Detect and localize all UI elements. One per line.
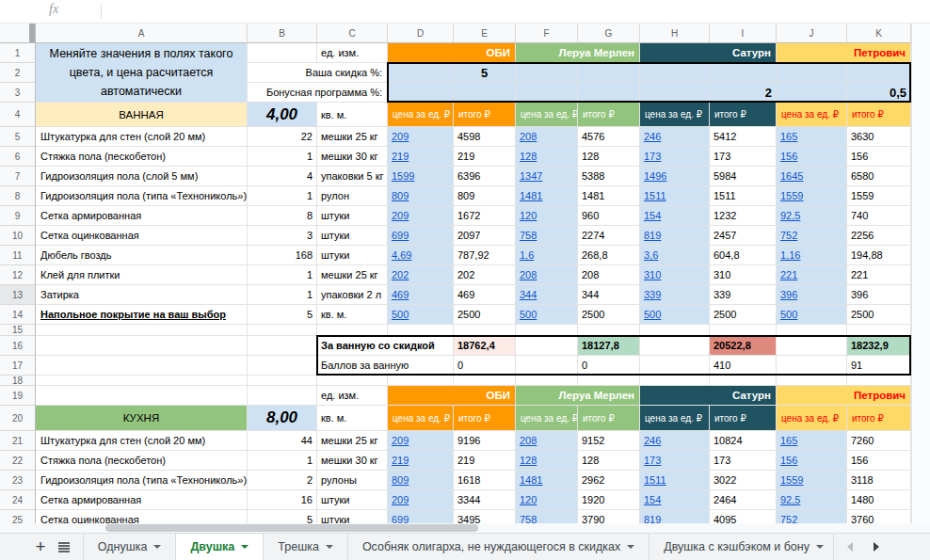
bonus-label-cell[interactable]: Бонусная программа %: [248, 83, 388, 103]
price-cell[interactable]: 699 [388, 226, 454, 246]
item-name-cell[interactable]: Дюбель гвоздь [36, 246, 248, 265]
price-cell[interactable]: 165 [777, 127, 847, 147]
column-header-C[interactable]: C [317, 24, 388, 43]
item-total-cell[interactable]: 156 [847, 147, 911, 167]
unit-header-cell[interactable]: ед. изм. [317, 386, 388, 406]
price-link[interactable]: 209 [392, 131, 409, 142]
price-cell[interactable]: 1496 [640, 167, 710, 186]
price-link[interactable]: 154 [644, 210, 661, 221]
column-header-K[interactable]: K [847, 24, 911, 43]
row-header-10[interactable]: 10 [0, 226, 36, 246]
summary-points-cell[interactable]: 410 [710, 356, 777, 376]
empty-cell[interactable] [454, 325, 516, 336]
bathroom-area-cell[interactable]: 4,00 [248, 103, 317, 127]
column-header-A[interactable]: A [36, 24, 248, 43]
column-header-B[interactable]: B [248, 24, 317, 43]
row-header-24[interactable]: 24 [0, 490, 36, 510]
price-link[interactable]: 1481 [520, 474, 542, 486]
price-link[interactable]: 1496 [644, 170, 666, 182]
item-qty-cell[interactable]: 168 [248, 246, 317, 265]
item-total-cell[interactable]: 4598 [454, 127, 516, 147]
item-qty-cell[interactable]: 8 [248, 206, 317, 226]
price-cell[interactable]: 1511 [640, 471, 710, 490]
bonus-input-cell[interactable] [777, 83, 847, 103]
empty-cell[interactable] [640, 336, 710, 356]
row-header-3[interactable]: 3 [0, 83, 36, 103]
item-total-cell[interactable]: 787,92 [454, 246, 516, 265]
item-total-cell[interactable]: 5412 [710, 127, 777, 147]
price-link[interactable]: 1511 [644, 190, 666, 201]
formula-input[interactable] [111, 0, 911, 23]
horizontal-scrollbar[interactable] [0, 523, 930, 533]
column-header-I[interactable]: I [710, 24, 777, 43]
price-link[interactable]: 120 [520, 210, 537, 221]
price-link[interactable]: 92,5 [780, 210, 800, 221]
row-header-8[interactable]: 8 [0, 186, 36, 206]
total-header[interactable]: итого ₽ [454, 406, 516, 431]
item-name-cell[interactable]: Стяжка пола (пескобетон) [36, 451, 248, 471]
store-header-4[interactable]: Петрович [777, 386, 911, 406]
summary-total-cell[interactable]: 18232,9 [847, 336, 911, 356]
price-cell[interactable]: 1559 [777, 471, 847, 490]
item-total-cell[interactable]: 1232 [710, 206, 777, 226]
price-cell[interactable]: 1,6 [516, 246, 578, 265]
price-cell[interactable]: 128 [516, 451, 578, 471]
summary-total-cell[interactable]: 18127,8 [578, 336, 640, 356]
item-total-cell[interactable]: 3118 [847, 471, 911, 490]
item-name-cell[interactable]: Сетка армированная [36, 206, 248, 226]
discount-input-cell[interactable] [640, 63, 710, 83]
sheet-tab-1[interactable]: Однушка [83, 534, 177, 560]
empty-cell[interactable] [36, 376, 248, 386]
empty-cell[interactable] [36, 336, 248, 356]
item-unit-cell[interactable]: мешки 30 кг [317, 147, 388, 167]
store-header-2[interactable]: Леруа Мерлен [516, 43, 640, 63]
summary-points-cell[interactable]: 0 [454, 356, 516, 376]
total-header[interactable]: итого ₽ [847, 406, 911, 431]
price-link[interactable]: 128 [520, 151, 537, 162]
price-cell[interactable]: 209 [388, 206, 454, 226]
item-name-cell[interactable]: Штукатурка для стен (слой 20 мм) [36, 431, 248, 451]
price-cell[interactable]: 500 [388, 305, 454, 325]
empty-cell[interactable] [847, 325, 911, 336]
item-total-cell[interactable]: 10824 [710, 431, 777, 451]
item-total-cell[interactable]: 1480 [847, 490, 911, 510]
item-name-cell[interactable]: Стяжка пола (пескобетон) [36, 147, 248, 167]
price-cell[interactable]: 156 [777, 147, 847, 167]
item-total-cell[interactable]: 9152 [578, 431, 640, 451]
sheet-tab-3[interactable]: Трешка [264, 534, 348, 560]
price-link[interactable]: 209 [392, 210, 409, 221]
empty-cell[interactable] [578, 325, 640, 336]
column-header-J[interactable]: J [777, 24, 847, 43]
item-total-cell[interactable]: 3344 [454, 490, 516, 510]
item-qty-cell[interactable]: 1 [248, 265, 317, 285]
item-total-cell[interactable]: 2500 [454, 305, 516, 325]
column-header-G[interactable]: G [578, 24, 640, 43]
price-cell[interactable]: 4,69 [388, 246, 454, 265]
bonus-input-cell[interactable] [454, 83, 516, 103]
summary-total-cell[interactable]: 18762,4 [454, 336, 516, 356]
price-link[interactable]: 1511 [644, 474, 666, 486]
discount-input-cell[interactable] [388, 63, 454, 83]
item-unit-cell[interactable]: штуки [317, 206, 388, 226]
price-cell[interactable]: 339 [640, 285, 710, 305]
price-cell[interactable]: 246 [640, 127, 710, 147]
store-header-4[interactable]: Петрович [777, 43, 911, 63]
price-cell[interactable]: 752 [777, 226, 847, 246]
row-header-15[interactable]: 15 [0, 325, 36, 336]
item-total-cell[interactable]: 6580 [847, 167, 911, 186]
bonus-input-cell[interactable] [516, 83, 578, 103]
sqm-label-cell[interactable]: кв. м. [317, 103, 388, 127]
item-unit-cell[interactable]: мешки 25 кг [317, 127, 388, 147]
column-header-E[interactable]: E [454, 24, 516, 43]
store-header-2[interactable]: Леруа Мерлен [516, 386, 640, 406]
price-cell[interactable]: 1599 [388, 167, 454, 186]
discount-input-cell[interactable] [847, 63, 911, 83]
price-link[interactable]: 246 [644, 435, 661, 446]
item-total-cell[interactable]: 809 [454, 186, 516, 206]
column-header-D[interactable]: D [388, 24, 454, 43]
price-per-unit-header[interactable]: цена за ед. ₽ [388, 103, 454, 127]
item-total-cell[interactable]: 268,8 [578, 246, 640, 265]
item-total-cell[interactable]: 2097 [454, 226, 516, 246]
item-total-cell[interactable]: 4576 [578, 127, 640, 147]
row-header-4[interactable]: 4 [0, 103, 36, 127]
